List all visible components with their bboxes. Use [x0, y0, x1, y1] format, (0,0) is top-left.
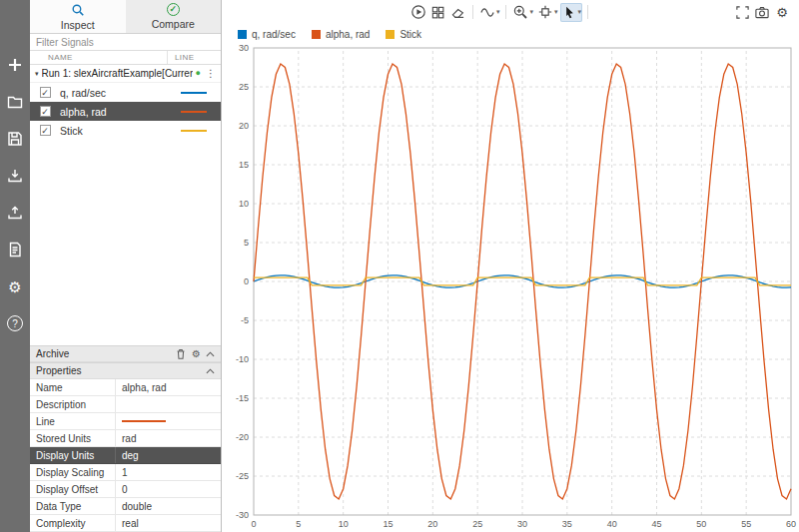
property-value: alpha, rad: [116, 382, 221, 393]
legend-item-stick: Stick: [386, 29, 421, 40]
property-value: rad: [116, 433, 221, 444]
caret-down-icon: ▾: [529, 8, 533, 16]
x-tick-label: 10: [339, 519, 349, 529]
property-row-display-units[interactable]: Display Units deg: [30, 447, 221, 464]
property-row-display-offset[interactable]: Display Offset 0: [30, 481, 221, 498]
signal-wave-icon: [479, 5, 495, 20]
property-row-name[interactable]: Name alpha, rad: [30, 379, 221, 396]
zoom-in-icon: [512, 4, 528, 20]
add-button[interactable]: [2, 52, 28, 78]
x-tick-label: 25: [472, 519, 482, 529]
property-row-data-type[interactable]: Data Type double: [30, 498, 221, 515]
report-button[interactable]: [2, 237, 28, 263]
y-tick-label: 20: [239, 121, 249, 131]
run-menu-icon[interactable]: ⋮: [204, 68, 218, 79]
signal-row-stick[interactable]: ✓ Stick: [30, 121, 221, 140]
signal-trace-button[interactable]: ▾: [478, 3, 501, 22]
x-tick-label: 20: [427, 519, 437, 529]
tab-compare[interactable]: ✓ Compare: [126, 0, 222, 33]
signal-checkbox-q[interactable]: ✓: [40, 87, 51, 98]
archive-settings-gear-icon[interactable]: ⚙: [192, 349, 201, 359]
property-key: Name: [30, 379, 116, 395]
snapshot-button[interactable]: [753, 3, 771, 22]
signal-checkbox-alpha[interactable]: ✓: [40, 106, 51, 117]
toolbar-separator: [587, 5, 588, 19]
property-row-stored-units[interactable]: Stored Units rad: [30, 430, 221, 447]
caret-down-icon: ▾: [577, 8, 581, 16]
plot-legend: q, rad/sec alpha, rad Stick: [222, 24, 799, 44]
properties-bar[interactable]: Properties: [30, 362, 221, 379]
filter-signals-input[interactable]: [30, 34, 221, 51]
open-button[interactable]: [2, 89, 28, 115]
preferences-button[interactable]: ⚙: [2, 273, 28, 299]
signal-row-q[interactable]: ✓ q, rad/sec: [30, 83, 221, 102]
help-button[interactable]: ?: [2, 310, 28, 336]
pointer-tool-button[interactable]: ▾: [560, 3, 582, 22]
y-tick-label: -15: [236, 393, 249, 403]
trash-icon[interactable]: [175, 347, 187, 360]
signal-name: Stick: [60, 125, 167, 137]
signal-line-swatch[interactable]: [181, 111, 207, 113]
legend-swatch: [238, 30, 247, 39]
cursor-arrow-icon: [561, 5, 576, 20]
property-key: Complexity: [30, 515, 116, 531]
property-key: Line: [30, 413, 116, 429]
plot-area[interactable]: 051015202530354045505560-30-25-20-15-10-…: [222, 44, 799, 532]
tab-compare-label: Compare: [152, 18, 195, 30]
column-name: NAME: [30, 53, 167, 62]
signal-line-swatch[interactable]: [181, 92, 207, 94]
x-tick-label: 35: [562, 519, 572, 529]
run-label: Run 1: slexAircraftExample[Curren: [42, 68, 193, 79]
signal-line-swatch[interactable]: [181, 130, 207, 132]
x-tick-label: 30: [517, 519, 527, 529]
properties-title: Properties: [36, 365, 201, 376]
column-line: LINE: [167, 51, 221, 64]
export-button[interactable]: [2, 200, 28, 226]
toolbar-separator: [472, 5, 473, 19]
tab-inspect[interactable]: Inspect: [30, 0, 126, 33]
plot-pane: ▾ ▾ ▾ ▾ ⚙ q, rad/sec alpha, rad Stick 05…: [222, 0, 799, 532]
property-value: 0: [116, 484, 221, 495]
help-icon: ?: [7, 315, 23, 331]
legend-label: q, rad/sec: [252, 29, 296, 40]
panel-tabs: Inspect ✓ Compare: [30, 0, 221, 34]
play-button[interactable]: [409, 3, 427, 22]
property-key: Stored Units: [30, 430, 116, 446]
layout-button[interactable]: [429, 3, 447, 22]
plus-icon: [6, 56, 24, 74]
zoom-button[interactable]: ▾: [511, 3, 534, 22]
save-button[interactable]: [2, 126, 28, 152]
gear-icon: ⚙: [8, 279, 21, 294]
signal-checkbox-stick[interactable]: ✓: [40, 125, 51, 136]
chevron-up-icon[interactable]: [206, 351, 215, 357]
y-tick-label: -5: [241, 315, 249, 325]
chevron-up-icon[interactable]: [206, 368, 215, 374]
legend-item-alpha: alpha, rad: [312, 29, 370, 40]
clear-plots-button[interactable]: [449, 3, 467, 22]
archive-bar[interactable]: Archive ⚙: [30, 345, 221, 362]
import-button[interactable]: [2, 163, 28, 189]
legend-swatch: [386, 30, 395, 39]
run-row[interactable]: ▾ Run 1: slexAircraftExample[Curren ● ⋮: [30, 65, 221, 83]
left-panel: Inspect ✓ Compare NAME LINE ▾ Run 1: sle…: [30, 0, 222, 532]
toolbar-separator: [505, 5, 506, 19]
y-tick-label: 15: [239, 160, 249, 170]
fit-to-view-button[interactable]: ▾: [536, 3, 559, 22]
x-tick-label: 45: [651, 519, 661, 529]
maximize-button[interactable]: [733, 3, 751, 22]
property-row-description[interactable]: Description: [30, 396, 221, 413]
property-row-complexity[interactable]: Complexity real: [30, 515, 221, 532]
collapse-triangle-icon[interactable]: ▾: [35, 70, 39, 78]
legend-item-q: q, rad/sec: [238, 29, 296, 40]
plot-settings-button[interactable]: ⚙: [773, 3, 791, 22]
legend-swatch: [312, 30, 321, 39]
run-active-dot: ●: [196, 69, 201, 78]
x-tick-label: 50: [696, 519, 706, 529]
x-tick-label: 40: [607, 519, 617, 529]
property-row-line[interactable]: Line: [30, 413, 221, 430]
legend-label: alpha, rad: [326, 29, 370, 40]
signal-row-alpha[interactable]: ✓ alpha, rad: [30, 102, 221, 121]
property-row-display-scaling[interactable]: Display Scaling 1: [30, 464, 221, 481]
import-icon: [6, 167, 24, 185]
plot-canvas[interactable]: 051015202530354045505560-30-25-20-15-10-…: [222, 44, 799, 532]
